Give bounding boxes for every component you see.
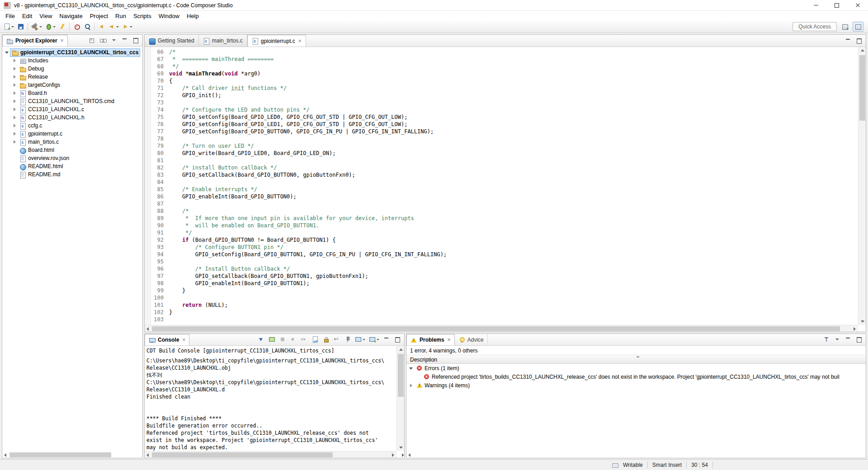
minimize-view-button[interactable] xyxy=(843,334,853,344)
flash-button[interactable] xyxy=(57,22,67,32)
open-console-button[interactable] xyxy=(367,334,381,344)
collapsed-arrow-icon[interactable] xyxy=(13,83,17,87)
scroll-down-arrow[interactable] xyxy=(859,318,866,325)
problems-row[interactable]: Errors (1 item) xyxy=(406,364,866,372)
tree-item-includes[interactable]: Includes xyxy=(2,56,142,65)
scroll-right-arrow[interactable] xyxy=(390,451,396,458)
menu-run[interactable]: Run xyxy=(112,12,130,20)
view-tab-advice[interactable]: Advice xyxy=(455,334,488,345)
last-edit-location-button[interactable] xyxy=(96,22,107,32)
maximize-view-button[interactable] xyxy=(130,35,141,45)
collapsed-arrow-icon[interactable] xyxy=(13,91,17,95)
forward-button[interactable] xyxy=(120,22,134,32)
scroll-left-arrow[interactable] xyxy=(406,451,413,458)
scroll-left-arrow[interactable] xyxy=(145,451,151,458)
scroll-right-arrow[interactable] xyxy=(0,451,2,458)
menu-scripts[interactable]: Scripts xyxy=(130,12,155,20)
tree-item-board-h[interactable]: Board.h xyxy=(2,89,142,97)
code-content[interactable]: 66/*67 * ======== mainThread ========68 … xyxy=(151,48,858,325)
remove-launch-button[interactable] xyxy=(288,334,298,344)
collapsed-arrow-icon[interactable] xyxy=(13,66,17,71)
close-view-icon[interactable]: × xyxy=(182,337,185,343)
view-tab-problems[interactable]: Problems× xyxy=(406,334,455,345)
build-button[interactable] xyxy=(30,22,43,32)
filter-button[interactable] xyxy=(821,334,831,344)
scroll-left-arrow[interactable] xyxy=(145,325,151,332)
editor-vscrollbar[interactable] xyxy=(858,47,866,325)
collapsed-arrow-icon[interactable] xyxy=(13,115,17,120)
quick-access-button[interactable]: Quick Access xyxy=(793,22,837,31)
collapsed-arrow-icon[interactable] xyxy=(13,123,17,128)
tree-item-overview-rov-json[interactable]: overview.rov.json xyxy=(2,154,142,162)
problems-row[interactable]: Warnings (4 items) xyxy=(406,381,866,390)
tree-item-cc1310-launchxl-h[interactable]: CC1310_LAUNCHXL.h xyxy=(2,113,142,122)
scroll-down-arrow[interactable] xyxy=(397,444,404,451)
tree-item-debug[interactable]: Debug xyxy=(2,65,142,73)
collapsed-arrow-icon[interactable] xyxy=(13,75,17,79)
view-tab-console[interactable]: Console× xyxy=(145,334,189,345)
collapse-all-button[interactable] xyxy=(87,35,97,45)
collapsed-arrow-icon[interactable] xyxy=(13,107,17,112)
maximize-window-button[interactable] xyxy=(826,0,847,10)
hscroll-thumb[interactable] xyxy=(9,452,111,457)
menu-help[interactable]: Help xyxy=(183,12,203,20)
clear-console-button[interactable] xyxy=(310,334,320,344)
console-output[interactable]: CDT Build Console [gpiointerrupt_CC1310_… xyxy=(146,347,396,451)
collapsed-arrow-icon[interactable] xyxy=(13,140,17,144)
terminate-button[interactable] xyxy=(277,334,288,344)
view-menu-button[interactable] xyxy=(832,334,842,344)
tree-item-targetconfigs[interactable]: targetConfigs xyxy=(2,81,142,89)
menu-file[interactable]: File xyxy=(2,12,19,20)
editor-vscroll-thumb[interactable] xyxy=(859,55,865,121)
editor-tab-main-tirtos-c[interactable]: main_tirtos.c xyxy=(199,35,247,47)
scroll-right-arrow[interactable] xyxy=(851,325,858,332)
minimize-view-button[interactable] xyxy=(381,334,392,344)
scroll-up-arrow[interactable] xyxy=(859,47,866,54)
menu-view[interactable]: View xyxy=(36,12,56,20)
tree-item-release[interactable]: Release xyxy=(2,73,142,81)
collapsed-arrow-icon[interactable] xyxy=(409,383,414,388)
editor-hscrollbar[interactable] xyxy=(145,325,858,332)
display-selected-console-button[interactable] xyxy=(353,334,367,344)
editor-tab-getting-started[interactable]: Getting Started xyxy=(145,35,199,47)
description-column-header[interactable]: Description xyxy=(406,355,866,364)
maximize-view-button[interactable] xyxy=(854,334,864,344)
tree-item-gpiointerrupt-cc1310-launchxl-tirtos-ccs[interactable]: gpiointerrupt_CC1310_LAUNCHXL_tirtos_ccs xyxy=(2,48,142,56)
tree-item-main-tirtos-c[interactable]: main_tirtos.c xyxy=(2,138,142,146)
save-button[interactable] xyxy=(15,22,26,32)
remove-all-launches-button[interactable] xyxy=(299,334,309,344)
pin-console-button[interactable] xyxy=(342,334,353,344)
editor-tab-gpiointerrupt-c[interactable]: gpiointerrupt.c× xyxy=(247,35,306,47)
editor-hscroll-thumb[interactable] xyxy=(152,326,840,331)
ccs-edit-perspective-button[interactable] xyxy=(853,22,863,32)
new-button[interactable] xyxy=(2,22,15,32)
minimize-editor-button[interactable] xyxy=(843,36,853,46)
maximize-view-button[interactable] xyxy=(392,334,402,344)
debug-button[interactable] xyxy=(43,22,57,32)
close-view-icon[interactable]: × xyxy=(61,38,64,44)
console-hscrollbar[interactable] xyxy=(145,451,396,458)
expanded-arrow-icon[interactable] xyxy=(409,366,414,371)
collapsed-arrow-icon[interactable] xyxy=(13,58,17,63)
close-tab-icon[interactable]: × xyxy=(298,38,302,44)
scroll-up-arrow[interactable] xyxy=(397,346,404,353)
new-target-configuration-button[interactable] xyxy=(71,22,82,32)
expanded-arrow-icon[interactable] xyxy=(5,50,9,55)
console-vscrollbar[interactable] xyxy=(396,346,404,451)
console-hscroll-thumb[interactable] xyxy=(152,452,333,457)
close-view-icon[interactable]: × xyxy=(448,337,451,343)
view-menu-button[interactable] xyxy=(108,35,119,45)
console-vscroll-thumb[interactable] xyxy=(398,354,404,397)
search-button[interactable] xyxy=(82,22,92,32)
tree-item-cc1310-launchxl-c[interactable]: CC1310_LAUNCHXL.c xyxy=(2,105,142,113)
word-wrap-button[interactable] xyxy=(331,334,342,344)
tree-item-readme-md[interactable]: README.md xyxy=(2,170,142,179)
open-perspective-button[interactable] xyxy=(840,22,850,32)
tree-item-readme-html[interactable]: README.html xyxy=(2,162,142,170)
close-window-button[interactable] xyxy=(847,0,868,10)
show-console-on-output-button[interactable] xyxy=(266,334,277,344)
menu-project[interactable]: Project xyxy=(86,12,112,20)
back-button[interactable] xyxy=(107,22,120,32)
menu-edit[interactable]: Edit xyxy=(19,12,36,20)
minimize-window-button[interactable] xyxy=(806,0,826,10)
